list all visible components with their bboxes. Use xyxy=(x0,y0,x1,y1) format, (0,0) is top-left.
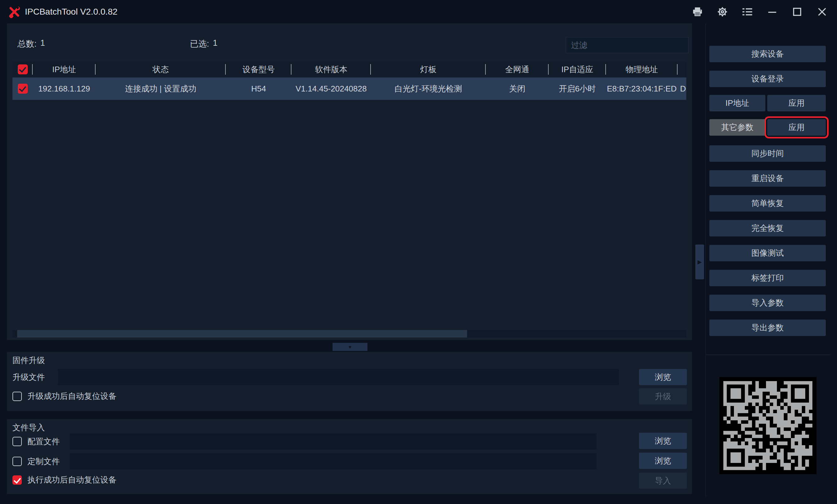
sidebar-divider xyxy=(706,23,706,497)
firmware-upgrade-section: 固件升级 升级文件 升级成功后自动复位设备 浏览 升级 xyxy=(7,352,692,411)
col-header-model[interactable]: 设备型号 xyxy=(226,64,291,75)
filter-input[interactable] xyxy=(566,37,689,53)
upgrade-file-label: 升级文件 xyxy=(13,372,45,383)
firmware-browse-button[interactable]: 浏览 xyxy=(639,369,687,385)
file-import-section: 文件导入 配置文件 定制文件 执行成功后自动复位设备 浏览 浏览 导入 xyxy=(7,419,692,494)
app-logo-tools-icon xyxy=(8,5,20,18)
task-list-icon[interactable] xyxy=(742,6,753,17)
sync-time-button[interactable]: 同步时间 xyxy=(709,145,826,162)
import-params-button[interactable]: 导入参数 xyxy=(709,295,826,311)
upgrade-button[interactable]: 升级 xyxy=(639,388,687,405)
config-browse-button[interactable]: 浏览 xyxy=(639,433,687,449)
cell-ip-adaptive: 开启6小时 xyxy=(549,83,606,94)
file-import-section-title: 文件导入 xyxy=(13,422,45,433)
auto-reset-after-execute-label: 执行成功后自动复位设备 xyxy=(28,474,117,485)
device-table: IP地址 状态 设备型号 软件版本 灯板 全网通 IP自适应 物理地址 192.… xyxy=(13,61,686,100)
minimize-button[interactable] xyxy=(767,6,778,17)
qr-code xyxy=(719,377,817,474)
custom-file-checkbox[interactable] xyxy=(13,457,22,466)
upgrade-file-input[interactable] xyxy=(58,369,619,385)
col-header-status[interactable]: 状态 xyxy=(95,64,226,75)
image-test-button[interactable]: 图像测试 xyxy=(709,245,826,261)
auto-reset-after-upgrade-checkbox[interactable] xyxy=(13,392,22,401)
label-print-button[interactable]: 标签打印 xyxy=(709,270,826,286)
col-header-lightboard[interactable]: 灯板 xyxy=(371,64,486,75)
chevron-down-icon: ▼ xyxy=(348,344,353,350)
cell-ip: 192.168.1.129 xyxy=(33,84,95,94)
reboot-device-button[interactable]: 重启设备 xyxy=(709,170,826,187)
cell-lightboard: 白光灯-环境光检测 xyxy=(371,83,486,94)
app-title: IPCBatchTool V2.0.0.82 xyxy=(25,7,118,17)
collapse-panel-button[interactable]: ▼ xyxy=(333,343,368,351)
row-checkbox[interactable] xyxy=(18,84,28,94)
horizontal-scrollbar[interactable] xyxy=(13,330,686,338)
full-restore-button[interactable]: 完全恢复 xyxy=(709,220,826,237)
config-file-input[interactable] xyxy=(70,433,596,450)
cell-status: 连接成功 | 设置成功 xyxy=(95,83,226,94)
search-devices-button[interactable]: 搜索设备 xyxy=(709,46,826,62)
import-button[interactable]: 导入 xyxy=(639,472,687,489)
simple-restore-button[interactable]: 简单恢复 xyxy=(709,195,826,211)
table-header-row: IP地址 状态 设备型号 软件版本 灯板 全网通 IP自适应 物理地址 xyxy=(13,61,686,77)
firmware-section-title: 固件升级 xyxy=(13,355,45,366)
settings-gear-icon[interactable] xyxy=(717,6,728,17)
auto-reset-after-upgrade-label: 升级成功后自动复位设备 xyxy=(28,391,117,402)
device-login-button[interactable]: 设备登录 xyxy=(709,71,826,87)
sidebar-splitter-handle[interactable]: ▶ xyxy=(695,244,704,279)
printer-icon[interactable] xyxy=(692,6,703,17)
close-button[interactable] xyxy=(817,6,827,17)
col-header-netcom[interactable]: 全网通 xyxy=(486,64,549,75)
device-list-panel: 总数:1 已选:1 IP地址 状态 设备型号 软件版本 灯板 全网通 IP自适应… xyxy=(7,23,692,340)
col-header-mac[interactable]: 物理地址 xyxy=(606,64,678,75)
title-bar: IPCBatchTool V2.0.0.82 xyxy=(0,0,837,24)
device-row[interactable]: 192.168.1.129 连接成功 | 设置成功 H54 V1.14.45-2… xyxy=(13,77,686,100)
col-header-version[interactable]: 软件版本 xyxy=(291,64,371,75)
auto-reset-after-execute-checkbox[interactable] xyxy=(13,475,22,485)
cell-netcom: 关闭 xyxy=(486,83,549,94)
cell-mac: E8:B7:23:04:1F:ED xyxy=(606,84,678,94)
horizontal-scrollbar-thumb[interactable] xyxy=(17,330,467,338)
col-header-ip[interactable]: IP地址 xyxy=(33,64,95,75)
cell-version: V1.14.45-20240828 xyxy=(291,84,371,94)
ip-address-button[interactable]: IP地址 xyxy=(709,95,765,111)
other-params-apply-button[interactable]: 应用 xyxy=(767,119,826,136)
select-all-checkbox[interactable] xyxy=(18,64,28,74)
config-file-checkbox[interactable] xyxy=(13,437,22,446)
custom-file-label: 定制文件 xyxy=(28,456,60,467)
custom-browse-button[interactable]: 浏览 xyxy=(639,453,687,469)
selected-count: 已选:1 xyxy=(190,38,218,50)
cell-model: H54 xyxy=(226,84,291,94)
other-params-button[interactable]: 其它参数 xyxy=(709,119,765,136)
maximize-button[interactable] xyxy=(791,6,803,17)
col-header-ip-adaptive[interactable]: IP自适应 xyxy=(549,64,606,75)
config-file-label: 配置文件 xyxy=(28,436,60,447)
custom-file-input[interactable] xyxy=(70,453,596,469)
total-count: 总数:1 xyxy=(17,38,45,50)
ip-apply-button[interactable]: 应用 xyxy=(767,95,826,111)
chevron-right-icon: ▶ xyxy=(697,259,702,265)
cell-extra: D6 xyxy=(678,84,686,94)
ipc-batch-tool-window: IPCBatchTool V2.0.0.82 xyxy=(0,0,837,504)
export-params-button[interactable]: 导出参数 xyxy=(709,319,826,336)
sidebar-section-divider xyxy=(706,355,831,355)
